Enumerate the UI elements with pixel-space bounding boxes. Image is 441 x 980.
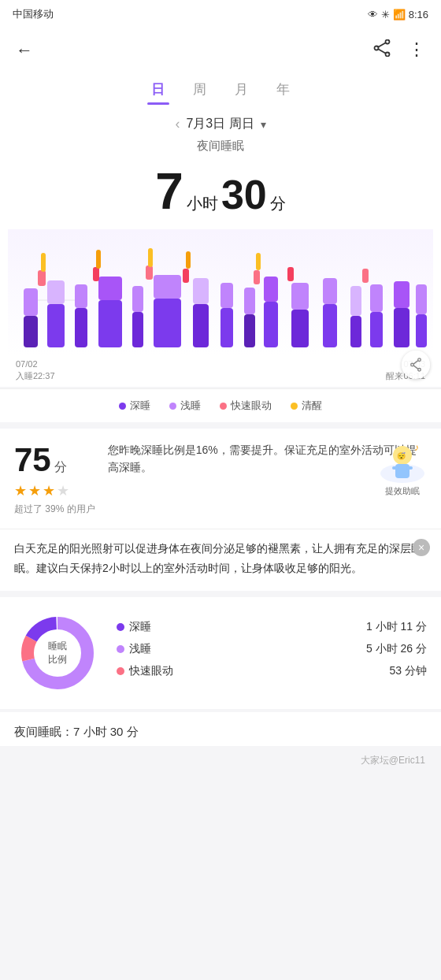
tab-day[interactable]: 日 xyxy=(151,80,165,105)
svg-rect-49 xyxy=(256,253,261,270)
light-sleep-dot xyxy=(169,403,176,410)
svg-line-56 xyxy=(413,366,418,369)
svg-text:♪: ♪ xyxy=(414,442,419,453)
tips-text: 白天充足的阳光照射可以促进身体在夜间分泌足够的褪黑素，让人拥有充足的深层睡眠。建… xyxy=(14,539,427,578)
svg-rect-39 xyxy=(93,267,99,281)
svg-rect-9 xyxy=(98,300,122,347)
svg-rect-46 xyxy=(96,250,101,269)
legend-deep-sleep: 深睡 xyxy=(119,399,150,413)
svg-text:😴: 😴 xyxy=(397,451,406,461)
pie-section: 睡眠 比例 深睡 1 小时 11 分 浅睡 5 小时 26 分 快速眼动 53 … xyxy=(0,597,441,709)
deep-sleep-dot xyxy=(119,403,126,410)
star-3: ★ xyxy=(43,482,55,499)
exceed-text: 超过了 39% 的用户 xyxy=(14,503,95,516)
svg-rect-7 xyxy=(47,304,65,347)
svg-line-55 xyxy=(413,361,418,365)
rem-dot xyxy=(220,403,227,410)
sleep-duration: 7 小时 30 分 xyxy=(0,158,441,229)
tab-week[interactable]: 周 xyxy=(193,80,206,105)
svg-rect-11 xyxy=(154,299,181,347)
pie-light-label: 浅睡 xyxy=(129,642,151,656)
svg-rect-41 xyxy=(183,269,189,283)
svg-rect-24 xyxy=(75,284,87,308)
battery-icon: 👁 ✳ 📶 xyxy=(368,9,405,20)
svg-point-1 xyxy=(386,53,390,57)
back-button[interactable]: ← xyxy=(16,40,33,61)
score-section: 75 分 ★ ★ ★ ★ 超过了 39% 的用户 您昨晚深睡比例是16%，需要提… xyxy=(0,429,441,529)
more-icon[interactable]: ⋮ xyxy=(408,39,425,61)
svg-rect-60 xyxy=(392,466,398,470)
pie-chart: 睡眠 比例 xyxy=(14,610,101,696)
mins-value: 30 xyxy=(221,174,267,215)
svg-point-2 xyxy=(375,46,379,50)
pie-deep-label: 深睡 xyxy=(129,620,151,634)
close-tips-button[interactable]: × xyxy=(413,539,430,556)
legend-bar: 深睡 浅睡 快速眼动 清醒 xyxy=(0,388,441,422)
svg-rect-19 xyxy=(370,312,383,347)
svg-rect-48 xyxy=(186,251,191,269)
status-bar: 中国移动 👁 ✳ 📶 8:16 xyxy=(0,0,441,28)
svg-rect-37 xyxy=(416,284,427,314)
svg-rect-28 xyxy=(193,278,209,304)
score-left: 75 分 ★ ★ ★ ★ 超过了 39% 的用户 xyxy=(14,441,95,516)
legend-light-sleep: 浅睡 xyxy=(169,399,201,413)
mins-unit: 分 xyxy=(270,193,286,214)
footer: 大家坛@Eric11 xyxy=(0,746,441,780)
svg-rect-45 xyxy=(41,253,46,272)
rem-label: 快速眼动 xyxy=(231,399,272,413)
date-dropdown-icon[interactable]: ▾ xyxy=(261,118,266,131)
svg-rect-27 xyxy=(154,275,181,299)
svg-rect-38 xyxy=(38,270,46,286)
svg-rect-26 xyxy=(132,286,143,312)
pie-legend: 深睡 1 小时 11 分 浅睡 5 小时 26 分 快速眼动 53 分钟 xyxy=(117,620,427,686)
svg-rect-33 xyxy=(323,278,337,304)
svg-rect-8 xyxy=(75,308,87,347)
svg-rect-17 xyxy=(323,304,337,347)
svg-rect-29 xyxy=(220,283,233,308)
pie-light-dot xyxy=(117,645,124,653)
share-floating-button[interactable] xyxy=(402,351,430,379)
svg-rect-10 xyxy=(132,312,143,347)
svg-rect-6 xyxy=(24,316,38,347)
svg-rect-42 xyxy=(254,270,260,284)
score-illustration: 😴 ♪ 提效助眠 xyxy=(375,438,430,485)
svg-rect-20 xyxy=(394,308,410,347)
top-nav: ← ⋮ xyxy=(0,28,441,72)
pie-rem-value: 53 分钟 xyxy=(390,664,427,678)
svg-rect-12 xyxy=(193,304,209,347)
svg-rect-32 xyxy=(291,283,309,310)
light-sleep-label: 浅睡 xyxy=(180,399,201,413)
pie-rem-label: 快速眼动 xyxy=(129,664,173,678)
date-prev-button[interactable]: ‹ xyxy=(175,116,180,132)
pie-legend-light: 浅睡 5 小时 26 分 xyxy=(117,642,427,656)
svg-line-4 xyxy=(378,49,386,54)
svg-rect-31 xyxy=(264,277,278,302)
share-icon[interactable] xyxy=(372,39,392,61)
svg-rect-59 xyxy=(395,464,410,478)
svg-rect-36 xyxy=(394,281,410,308)
score-number: 75 xyxy=(14,441,51,478)
awake-label: 清醒 xyxy=(302,399,322,413)
bottom-text: 夜间睡眠：7 小时 30 分 xyxy=(14,725,139,738)
svg-point-52 xyxy=(418,358,421,362)
hours-value: 7 xyxy=(155,166,183,217)
pie-legend-deep: 深睡 1 小时 11 分 xyxy=(117,620,427,634)
score-unit: 分 xyxy=(54,460,67,473)
svg-rect-18 xyxy=(350,316,361,347)
status-right: 👁 ✳ 📶 8:16 xyxy=(368,9,428,20)
svg-rect-61 xyxy=(406,466,413,470)
svg-rect-16 xyxy=(291,310,309,347)
pie-deep-dot xyxy=(117,623,124,631)
svg-rect-14 xyxy=(244,314,255,347)
svg-rect-15 xyxy=(264,302,278,347)
tab-month[interactable]: 月 xyxy=(235,80,248,105)
svg-rect-25 xyxy=(98,277,122,300)
star-4: ★ xyxy=(57,482,69,499)
svg-rect-44 xyxy=(362,269,369,283)
tab-year[interactable]: 年 xyxy=(276,80,290,105)
chart-label-start: 07/02 入睡22:37 xyxy=(16,358,55,383)
time-text: 8:16 xyxy=(409,9,428,20)
svg-line-3 xyxy=(378,43,386,47)
svg-rect-21 xyxy=(416,314,427,347)
sleep-chart-container: 07/02 入睡22:37 07/03 醒来06:11 xyxy=(0,229,441,387)
